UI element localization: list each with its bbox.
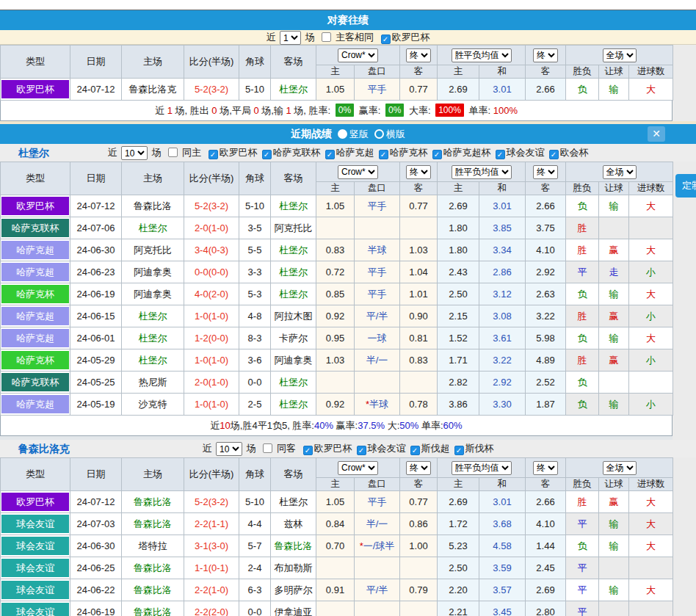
- cell-odds-away: 3.22: [526, 305, 566, 327]
- same-away-checkbox[interactable]: [263, 443, 272, 453]
- cell-result-handicap: [599, 557, 629, 579]
- cell-score: 1-0(1-0): [184, 394, 239, 416]
- league-checkbox-label: 哈萨克超: [336, 147, 374, 158]
- cell-odds-away: 2.45: [526, 557, 566, 579]
- sub-header-result-goals: 进球数: [629, 182, 673, 195]
- team1-count-select[interactable]: 10: [121, 146, 148, 160]
- cell-ah-line: 平/半: [355, 305, 400, 327]
- cell-result-wdl: 平: [566, 579, 599, 601]
- wdl-avg-select[interactable]: 胜平负均值: [452, 461, 512, 475]
- match-row: 哈萨克超24-06-15杜堡尔1-0(1-0)4-8阿拉木图0.92平/半0.9…: [1, 305, 673, 327]
- final2-select[interactable]: 终: [533, 461, 558, 475]
- match-row: 哈萨克杯24-05-29杜堡尔1-0(1-0)3-6阿迪拿奥1.03半/一0.8…: [1, 349, 673, 372]
- league-checkbox[interactable]: ✓: [454, 446, 464, 455]
- league-checkbox[interactable]: ✓: [209, 150, 218, 159]
- league-checkbox[interactable]: ✓: [357, 446, 366, 455]
- league-checkbox-label: 哈萨克杯: [390, 147, 428, 158]
- horizontal-layout-radio[interactable]: [374, 129, 384, 139]
- scope-select[interactable]: 全场: [603, 48, 637, 62]
- sub-header-ah-away: 客: [400, 65, 438, 79]
- stat-text: 1: [286, 105, 291, 116]
- cell-league: 哈萨克联杯: [1, 217, 70, 239]
- cell-odds-draw: 3.30: [479, 394, 526, 416]
- scope-select[interactable]: 全场: [603, 461, 637, 475]
- cell-odds-draw: 3.12: [479, 283, 526, 305]
- cell-odds-home: 1.71: [438, 349, 479, 372]
- league-checkbox[interactable]: ✓: [381, 35, 391, 44]
- cell-result-goals: 大: [629, 579, 673, 601]
- sub-header-ah-line: 盘口: [355, 65, 400, 79]
- league-checkbox[interactable]: ✓: [496, 150, 505, 159]
- cell-corners: 0-0: [239, 601, 271, 616]
- final2-select[interactable]: 终: [533, 165, 558, 179]
- match-row: 球会友谊24-06-22鲁森比洛2-2(1-0)6-3多明萨尔0.91平/半0.…: [1, 579, 673, 601]
- cell-home-team: 杜堡尔: [122, 349, 184, 372]
- final-select[interactable]: 终: [406, 48, 431, 62]
- final2-select-cell: 终: [526, 46, 566, 65]
- cell-ah-line: 平手: [355, 261, 400, 283]
- cell-result-goals: 大: [629, 79, 673, 101]
- league-checkbox[interactable]: ✓: [379, 150, 388, 159]
- final-select[interactable]: 终: [406, 165, 431, 179]
- league-badge: 球会友谊: [1, 581, 69, 599]
- cell-odds-away: 1.87: [526, 394, 566, 416]
- stat-text: 40%: [314, 420, 333, 431]
- vertical-layout-radio[interactable]: [338, 129, 347, 139]
- league-checkbox-label: 哈萨克超杯: [443, 147, 491, 158]
- cell-league: 球会友谊: [1, 601, 70, 616]
- league-checkbox[interactable]: ✓: [303, 446, 313, 455]
- top-partial-row: [0, 0, 696, 10]
- cell-league: 球会友谊: [1, 557, 70, 579]
- cell-date: 24-06-19: [70, 283, 122, 305]
- final2-select[interactable]: 终: [533, 48, 558, 62]
- league-badge: 哈萨克联杯: [1, 373, 69, 391]
- final-select[interactable]: 终: [406, 461, 431, 475]
- cell-ah-home: 0.92: [316, 305, 355, 327]
- bookmaker-select[interactable]: Crow*: [338, 461, 378, 475]
- match-row: 球会友谊24-06-25鲁森比洛1-1(0-1)2-4布加勒斯2.503.592…: [1, 557, 673, 579]
- wdl-avg-select-cell: 胜平负均值: [438, 162, 526, 182]
- cell-odds-away: 2.66: [526, 79, 566, 101]
- games-label: 场: [305, 32, 315, 43]
- league-badge: 哈萨克超: [1, 307, 69, 325]
- cell-ah-line: 平手: [355, 79, 400, 101]
- match-row: 哈萨克超24-06-23阿迪拿奥0-0(0-0)3-3杜堡尔0.72平手1.04…: [1, 261, 673, 283]
- league-checkbox[interactable]: ✓: [549, 150, 559, 159]
- cell-odds-home: 3.86: [438, 394, 479, 416]
- cell-ah-away: [400, 217, 438, 239]
- stat-badge: 0%: [385, 104, 404, 117]
- cell-ah-away: 0.83: [400, 349, 438, 372]
- match-row: 哈萨克超24-05-19沙克特1-0(1-0)2-5杜堡尔0.92*半球0.78…: [1, 394, 673, 416]
- same-venue-checkbox[interactable]: [322, 32, 331, 42]
- sub-header-odds-home: 主: [438, 65, 479, 79]
- scope-select[interactable]: 全场: [603, 165, 637, 179]
- bookmaker-select[interactable]: Crow*: [338, 165, 378, 179]
- close-icon[interactable]: ✕: [648, 126, 665, 142]
- cell-ah-home: 1.03: [316, 349, 355, 372]
- sub-header-odds-home: 主: [438, 478, 479, 491]
- cell-result-goals: 小: [629, 261, 673, 283]
- wdl-avg-select[interactable]: 胜平负均值: [452, 165, 512, 179]
- league-checkbox[interactable]: ✓: [432, 150, 442, 159]
- cell-league: 球会友谊: [1, 579, 70, 601]
- stat-text: 60%: [443, 420, 463, 431]
- same-home-checkbox[interactable]: [168, 148, 178, 157]
- cell-odds-draw: 3.61: [479, 327, 526, 349]
- col-header-home: 主场: [122, 46, 184, 79]
- wdl-avg-select[interactable]: 胜平负均值: [452, 48, 512, 62]
- h2h-count-select[interactable]: 1: [280, 31, 301, 45]
- cell-score: 2-2(1-0): [184, 579, 239, 601]
- match-row: 欧罗巴杯24-07-12鲁森比洛克5-2(3-2)5-10杜堡尔1.05平手0.…: [1, 79, 673, 101]
- league-checkbox[interactable]: ✓: [410, 446, 420, 455]
- cell-result-wdl: 负: [566, 283, 599, 305]
- team2-count-select[interactable]: 10: [216, 442, 242, 456]
- bookmaker-select[interactable]: Crow*: [338, 48, 378, 62]
- cell-home-team: 鲁森比洛: [122, 601, 184, 616]
- league-checkbox[interactable]: ✓: [262, 150, 272, 159]
- customize-tab[interactable]: 定制: [675, 174, 696, 198]
- cell-ah-line: 平手: [355, 195, 400, 217]
- league-filter-group: ✓欧罗巴杯✓哈萨克联杯✓哈萨克超✓哈萨克杯✓哈萨克超杯✓球会友谊✓欧会杯: [204, 147, 589, 158]
- cell-ah-home: 0.92: [316, 394, 355, 416]
- near-label: 近: [202, 443, 211, 454]
- league-checkbox[interactable]: ✓: [325, 150, 335, 159]
